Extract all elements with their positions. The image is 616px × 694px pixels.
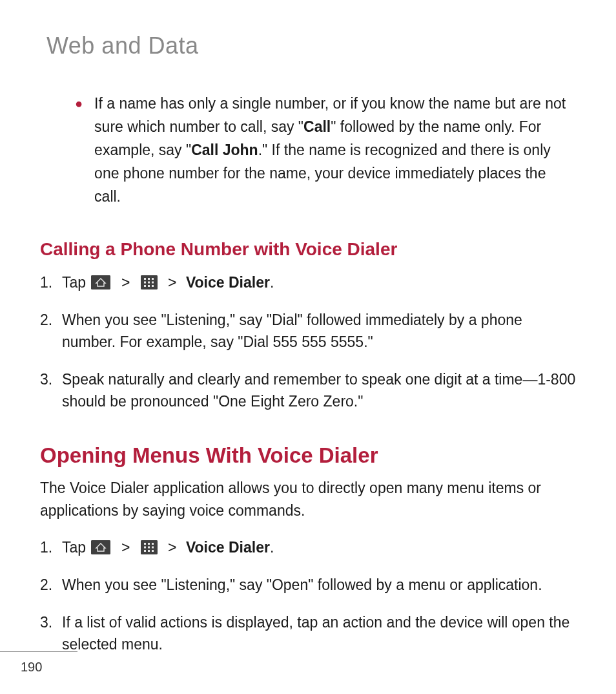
svg-rect-0 bbox=[91, 275, 110, 289]
voice-dialer-label: Voice Dialer bbox=[186, 539, 270, 556]
step-2: When you see "Listening," say "Open" fol… bbox=[40, 574, 579, 596]
step-3: Speak naturally and clearly and remember… bbox=[40, 368, 579, 412]
svg-rect-20 bbox=[148, 550, 150, 552]
step-1: Tap > > Voice Dialer. bbox=[40, 536, 579, 558]
step-3: If a list of valid actions is displayed,… bbox=[40, 611, 579, 655]
svg-rect-13 bbox=[144, 543, 146, 545]
calling-steps: Tap > > Voice Dialer. When you see "List… bbox=[40, 271, 579, 412]
svg-rect-19 bbox=[144, 550, 146, 552]
svg-rect-18 bbox=[152, 547, 154, 549]
bullet-item: ● If a name has only a single number, or… bbox=[75, 92, 573, 208]
svg-rect-10 bbox=[152, 285, 154, 287]
svg-rect-11 bbox=[91, 540, 110, 554]
chevron-right-icon: > bbox=[168, 536, 176, 558]
section-intro: The Voice Dialer application allows you … bbox=[40, 477, 579, 522]
svg-rect-14 bbox=[148, 543, 150, 545]
bullet-dot-icon: ● bbox=[75, 92, 83, 208]
chevron-right-icon: > bbox=[121, 271, 130, 293]
apps-grid-icon bbox=[141, 275, 158, 289]
svg-rect-9 bbox=[148, 285, 150, 287]
svg-rect-2 bbox=[144, 278, 146, 280]
svg-rect-16 bbox=[144, 547, 146, 549]
step-1: Tap > > Voice Dialer. bbox=[40, 271, 579, 293]
svg-rect-4 bbox=[152, 278, 154, 280]
step-2: When you see "Listening," say "Dial" fol… bbox=[40, 309, 579, 353]
page-number: 190 bbox=[21, 660, 77, 675]
svg-rect-17 bbox=[148, 547, 150, 549]
svg-rect-8 bbox=[144, 285, 146, 287]
section-heading-calling: Calling a Phone Number with Voice Dialer bbox=[40, 239, 579, 260]
apps-grid-icon bbox=[141, 540, 158, 554]
svg-rect-3 bbox=[148, 278, 150, 280]
svg-rect-5 bbox=[144, 282, 146, 284]
svg-rect-6 bbox=[148, 282, 150, 284]
home-icon bbox=[91, 275, 110, 289]
chevron-right-icon: > bbox=[168, 271, 176, 293]
page-footer: 190 bbox=[0, 651, 77, 675]
svg-rect-21 bbox=[152, 550, 154, 552]
svg-rect-15 bbox=[152, 543, 154, 545]
chevron-right-icon: > bbox=[121, 536, 130, 558]
svg-rect-7 bbox=[152, 282, 154, 284]
home-icon bbox=[91, 540, 110, 554]
voice-dialer-label: Voice Dialer bbox=[186, 274, 270, 291]
section-heading-opening: Opening Menus With Voice Dialer bbox=[40, 443, 579, 468]
footer-rule bbox=[0, 651, 77, 652]
bullet-text: If a name has only a single number, or i… bbox=[94, 92, 573, 208]
page-title: Web and Data bbox=[46, 32, 579, 59]
opening-steps: Tap > > Voice Dialer. When you see "List… bbox=[40, 536, 579, 655]
